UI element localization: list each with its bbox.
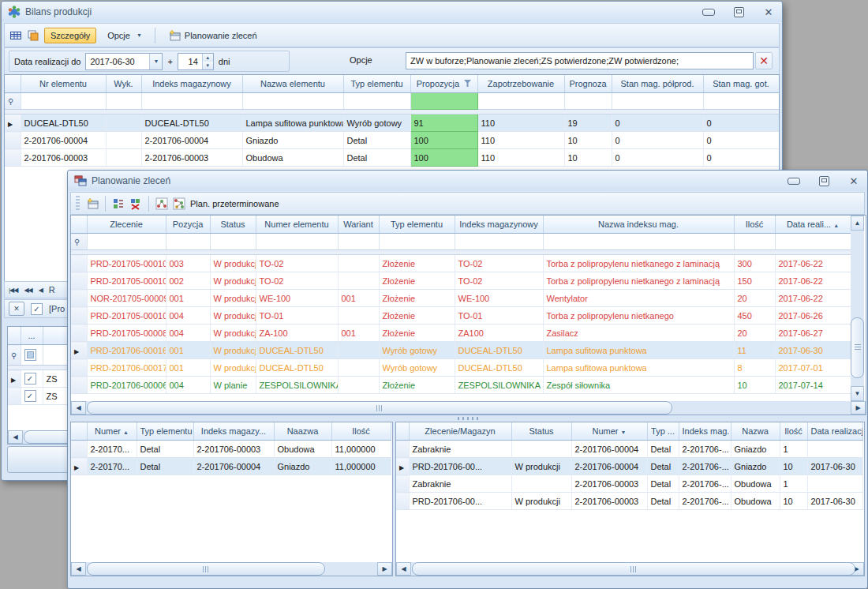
col-zlecenie[interactable]: Zlecenie	[87, 216, 166, 234]
scroll-thumb[interactable]	[24, 430, 68, 444]
nav-first-button[interactable]: |◀◀	[9, 287, 17, 294]
planowanie-zlecen-button[interactable]: Planowanie zleceń	[162, 26, 264, 45]
filter-active-checkbox[interactable]: ✓	[31, 303, 43, 315]
nav-prev-button[interactable]: ◀	[39, 287, 43, 294]
relations-tree-icon[interactable]	[173, 197, 185, 210]
bilans-filter-row[interactable]: ⚲	[5, 93, 779, 110]
restore-button[interactable]	[817, 175, 831, 186]
scroll-down-button[interactable]: ▼	[851, 386, 864, 401]
col-stan-mag-got[interactable]: Stan mag. got.	[703, 75, 779, 93]
col-status[interactable]: Status	[511, 422, 571, 441]
plan-grid-hscrollbar[interactable]: ◀ ▶	[71, 401, 866, 415]
scroll-track[interactable]	[86, 401, 851, 415]
table-row[interactable]: PRD-201705-00008004 W produkcjiZA-100 00…	[71, 325, 851, 342]
table-row[interactable]: 2-201706-00003 2-201706-00003 Obudowa De…	[5, 149, 779, 167]
scroll-track[interactable]	[86, 562, 377, 576]
scroll-track[interactable]	[23, 430, 67, 444]
table-row[interactable]: Zabraknie 2-201706-00004 Detal 2-201706-…	[396, 441, 862, 458]
col-nr-elementu[interactable]: Nr elementu	[21, 75, 106, 93]
col-indeks-magazynowy[interactable]: Indeks magazynowy	[455, 216, 543, 234]
scroll-thumb[interactable]	[412, 562, 855, 576]
close-filter-button[interactable]: ✕	[9, 302, 24, 316]
col-typ[interactable]: Typ ...	[647, 422, 679, 441]
plan-przeterminowane-label[interactable]: Plan. przeterminowane	[190, 199, 279, 208]
col-data-realizacji[interactable]: Data realizacji	[807, 422, 862, 441]
col-ilosc[interactable]: Ilość	[734, 216, 775, 234]
days-spin-input[interactable]: 14 ▲ ▼	[178, 53, 214, 70]
col-indeks-mag[interactable]: Indeks mag.	[679, 422, 731, 441]
scroll-up-button[interactable]: ▲	[851, 216, 864, 231]
close-button[interactable]: ✕	[761, 6, 776, 17]
side-col-n[interactable]: N	[43, 327, 68, 345]
col-typ-elementu[interactable]: Typ elementu	[343, 75, 410, 93]
col-nazwa-indeksu[interactable]: Nazwa indeksu mag.	[543, 216, 734, 234]
col-indeks-magazynowy[interactable]: Indeks magazynowy	[141, 75, 242, 93]
date-dropdown-button[interactable]: ▼	[149, 54, 162, 69]
new-order-icon[interactable]	[86, 197, 99, 210]
col-nazwa[interactable]: Nazwa	[731, 422, 780, 441]
side-filter-row[interactable]: ⚲	[8, 345, 68, 366]
row-checkbox[interactable]: ✓	[24, 373, 36, 385]
table-row[interactable]: ▶ 2-20170... Detal 2-201706-00004 Gniazd…	[71, 458, 391, 475]
list-item[interactable]: ✓ ZS	[8, 388, 68, 405]
col-indeks-magazynowy[interactable]: Indeks magazy...	[193, 422, 274, 441]
nav-prev-page-button[interactable]: ◀◀	[24, 287, 32, 294]
table-row[interactable]: ▶ PRD-201706-00... W produkcji 2-201706-…	[396, 458, 862, 475]
scroll-left-button[interactable]: ◀	[71, 401, 86, 415]
opcje-dropdown-button[interactable]: Opcje ▼	[101, 28, 148, 43]
grid-view-icon[interactable]	[9, 29, 22, 42]
col-pozycja[interactable]: Pozycja	[166, 216, 210, 234]
table-row[interactable]: PRD-201706-00006004 W planieZESPOLSILOWN…	[71, 377, 851, 394]
col-data-realizacji[interactable]: Data reali...▲	[775, 216, 851, 234]
side-col-dots[interactable]: ...	[21, 327, 43, 345]
scroll-right-button[interactable]: ▶	[851, 401, 866, 415]
table-row[interactable]: PRD-201705-00010004 W produkcjiTO-01 Zło…	[71, 307, 851, 325]
clear-filter-button[interactable]: ✕	[755, 52, 773, 69]
bilans-titlebar[interactable]: Bilans produkcji ✕	[2, 2, 782, 22]
scroll-left-button[interactable]: ◀	[8, 430, 23, 444]
scroll-thumb[interactable]	[851, 317, 864, 378]
col-numer-elementu[interactable]: Numer elementu	[256, 216, 338, 234]
col-numer[interactable]: Numer▲	[87, 422, 137, 441]
table-row[interactable]: 2-201706-00004 2-201706-00004 Gniazdo De…	[5, 132, 779, 149]
col-numer[interactable]: Numer▼	[571, 422, 647, 441]
scroll-thumb[interactable]	[87, 401, 672, 415]
list-item[interactable]: ▶ ✓ ZS	[8, 370, 68, 388]
spin-up-button[interactable]: ▲	[203, 54, 213, 62]
restore-button[interactable]	[731, 6, 746, 17]
planowanie-titlebar[interactable]: Planowanie zleceń ✕	[68, 171, 867, 191]
relations-graph-icon[interactable]	[155, 197, 168, 210]
col-stan-mag-polprod[interactable]: Stan mag. półprod.	[612, 75, 703, 93]
col-wariant[interactable]: Wariant	[338, 216, 379, 234]
tri-state-checkbox[interactable]	[24, 349, 36, 361]
col-ilosc[interactable]: Ilość	[780, 422, 807, 441]
table-row[interactable]: 2-20170... Detal 2-201706-00003 Obudowa …	[71, 441, 391, 458]
toolbar-grip[interactable]	[76, 196, 80, 212]
side-grid-hscrollbar[interactable]: ◀	[8, 430, 67, 444]
scroll-left-button[interactable]: ◀	[71, 562, 86, 576]
copy-layout-icon[interactable]	[27, 29, 39, 42]
col-typ-elementu[interactable]: Typ elementu	[379, 216, 455, 234]
col-zlecenie-magazyn[interactable]: Zlecenie/Magazyn	[409, 422, 511, 441]
table-row[interactable]: PRD-201706-00... W produkcji 2-201706-00…	[396, 493, 862, 510]
col-wyk[interactable]: Wyk.	[106, 75, 141, 93]
scroll-left-button[interactable]: ◀	[396, 562, 411, 576]
opcje-filter-input[interactable]: ZW w buforze;Planowanie zleceń;ZS potwie…	[406, 52, 754, 69]
table-row[interactable]: PRD-201705-00010003 W produkcjiTO-02 Zło…	[71, 255, 851, 272]
szczegoly-button[interactable]: Szczegóły	[44, 28, 96, 43]
col-propozycja[interactable]: Propozycja	[410, 75, 477, 93]
col-typ-elementu[interactable]: Typ elementu	[137, 422, 193, 441]
plan-grid-vscrollbar[interactable]: ▲ ▼	[851, 216, 864, 401]
table-row[interactable]: Zabraknie 2-201706-00003 Detal 2-201706-…	[396, 475, 862, 493]
close-button[interactable]: ✕	[847, 175, 861, 186]
scroll-right-button[interactable]: ▶	[377, 562, 392, 576]
col-nazwa[interactable]: Naazwa	[274, 422, 331, 441]
components-grid-hscrollbar[interactable]: ◀ ▶	[71, 562, 392, 576]
delete-order-icon[interactable]	[129, 197, 142, 210]
date-input[interactable]: 2017-06-30 ▼	[85, 53, 163, 70]
col-status[interactable]: Status	[210, 216, 256, 234]
table-row[interactable]: PRD-201705-00010002 W produkcjiTO-02 Zło…	[71, 272, 851, 290]
table-row[interactable]: ▶ DUCEAL-DTL50 DUCEAL-DTL50 Lampa sufito…	[5, 114, 779, 132]
table-row[interactable]: NOR-201705-00009001 W produkcjiWE-100 00…	[71, 290, 851, 307]
table-row[interactable]: PRD-201706-00017001 W produkcjiDUCEAL-DT…	[71, 359, 851, 377]
